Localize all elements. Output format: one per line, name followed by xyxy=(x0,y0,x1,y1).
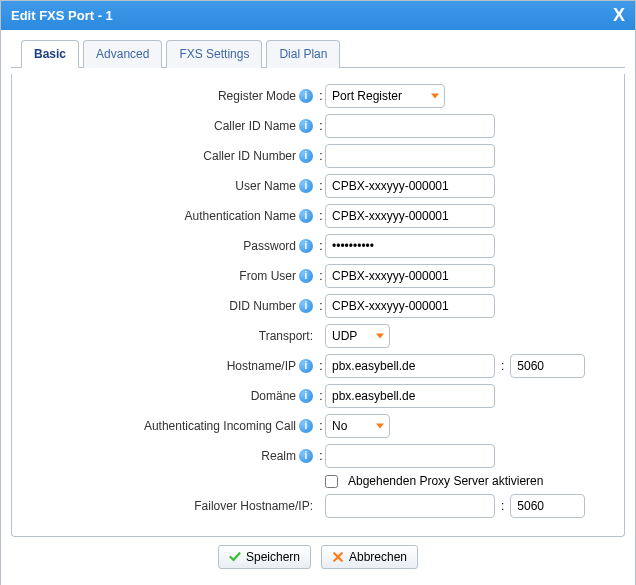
caller-id-number-input[interactable] xyxy=(325,144,495,168)
transport-select[interactable]: UDP xyxy=(325,324,390,348)
dialog-body: Basic Advanced FXS Settings Dial Plan Re… xyxy=(1,30,635,585)
tab-panel-basic: Register Modei : Port Register Caller ID… xyxy=(11,74,625,537)
info-icon[interactable]: i xyxy=(299,359,313,373)
tab-advanced[interactable]: Advanced xyxy=(83,40,162,68)
cancel-button-label: Abbrechen xyxy=(349,550,407,564)
register-mode-select[interactable]: Port Register xyxy=(325,84,445,108)
dialog-title: Edit FXS Port - 1 xyxy=(11,8,113,23)
label-auth-incoming: Authenticating Incoming Call xyxy=(144,419,296,433)
cancel-icon xyxy=(332,551,344,563)
info-icon[interactable]: i xyxy=(299,389,313,403)
button-bar: Speichern Abbrechen xyxy=(11,537,625,577)
label-domaene: Domäne xyxy=(251,389,296,403)
failover-hostname-input[interactable] xyxy=(325,494,495,518)
info-icon[interactable]: i xyxy=(299,239,313,253)
auth-incoming-select[interactable]: No xyxy=(325,414,390,438)
label-hostname-ip: Hostname/IP xyxy=(227,359,296,373)
password-input[interactable] xyxy=(325,234,495,258)
tab-fxs-settings[interactable]: FXS Settings xyxy=(166,40,262,68)
label-transport: Transport: xyxy=(259,329,313,343)
close-icon[interactable]: X xyxy=(613,5,625,26)
did-number-input[interactable] xyxy=(325,294,495,318)
cancel-button[interactable]: Abbrechen xyxy=(321,545,418,569)
info-icon[interactable]: i xyxy=(299,119,313,133)
save-button[interactable]: Speichern xyxy=(218,545,311,569)
label-realm: Realm xyxy=(261,449,296,463)
hostname-ip-input[interactable] xyxy=(325,354,495,378)
label-password: Password xyxy=(243,239,296,253)
label-did-number: DID Number xyxy=(229,299,296,313)
tab-dial-plan[interactable]: Dial Plan xyxy=(266,40,340,68)
label-caller-id-number: Caller ID Number xyxy=(203,149,296,163)
label-user-name: User Name xyxy=(235,179,296,193)
titlebar[interactable]: Edit FXS Port - 1 X xyxy=(1,1,635,30)
info-icon[interactable]: i xyxy=(299,149,313,163)
info-icon[interactable]: i xyxy=(299,269,313,283)
check-icon xyxy=(229,551,241,563)
label-register-mode: Register Mode xyxy=(218,89,296,103)
label-auth-name: Authentication Name xyxy=(185,209,296,223)
hostname-port-input[interactable] xyxy=(510,354,585,378)
label-outgoing-proxy: Abgehenden Proxy Server aktivieren xyxy=(348,474,543,488)
label-failover: Failover Hostname/IP: xyxy=(194,499,313,513)
caller-id-name-input[interactable] xyxy=(325,114,495,138)
auth-name-input[interactable] xyxy=(325,204,495,228)
tab-basic[interactable]: Basic xyxy=(21,40,79,68)
info-icon[interactable]: i xyxy=(299,299,313,313)
dialog: Edit FXS Port - 1 X Basic Advanced FXS S… xyxy=(0,0,636,585)
user-name-input[interactable] xyxy=(325,174,495,198)
save-button-label: Speichern xyxy=(246,550,300,564)
info-icon[interactable]: i xyxy=(299,209,313,223)
info-icon[interactable]: i xyxy=(299,449,313,463)
from-user-input[interactable] xyxy=(325,264,495,288)
label-from-user: From User xyxy=(239,269,296,283)
info-icon[interactable]: i xyxy=(299,419,313,433)
info-icon[interactable]: i xyxy=(299,179,313,193)
outgoing-proxy-checkbox[interactable] xyxy=(325,475,338,488)
info-icon[interactable]: i xyxy=(299,89,313,103)
failover-port-input[interactable] xyxy=(510,494,585,518)
realm-input[interactable] xyxy=(325,444,495,468)
label-caller-id-name: Caller ID Name xyxy=(214,119,296,133)
tab-strip: Basic Advanced FXS Settings Dial Plan xyxy=(11,40,625,68)
domaene-input[interactable] xyxy=(325,384,495,408)
